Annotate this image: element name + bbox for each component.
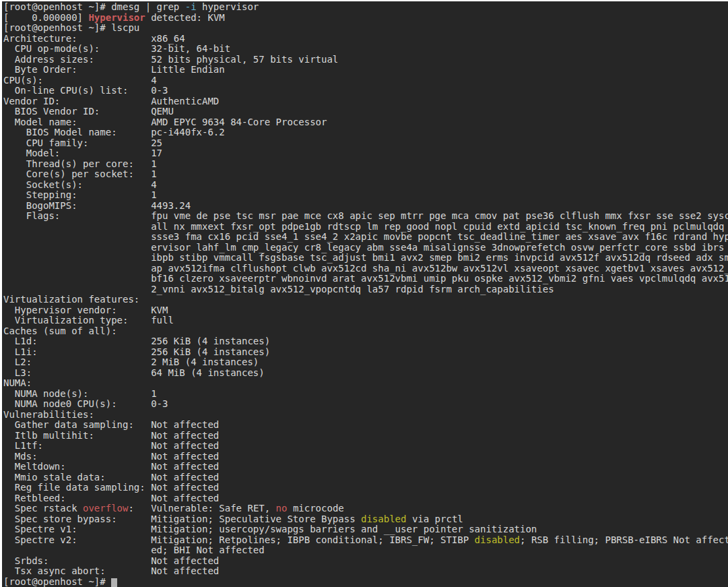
terminal-text: via prctl [406, 514, 463, 524]
terminal-text: bf16 clzero xsaveerptr wbnoinvd arat avx… [3, 273, 728, 284]
terminal-line: L2: 2 MiB (4 instances) [3, 357, 728, 368]
terminal-line: Spec rstack overflow: Vulnerable: Safe R… [3, 503, 728, 514]
terminal-text: detected: KVM [145, 12, 225, 23]
terminal-line: L1i: 256 KiB (4 instances) [3, 347, 728, 358]
terminal-text: Architecture: x86_64 [3, 33, 185, 44]
terminal-text: Hypervisor vendor: KVM [3, 305, 168, 315]
terminal-line: L3: 64 MiB (4 instances) [3, 368, 728, 379]
highlighted-text: overflow [83, 503, 128, 514]
terminal-text: Reg file data sampling: Not affected [3, 482, 219, 493]
terminal-line: ssse3 fma cx16 pcid sse4_1 sse4_2 x2apic… [3, 232, 728, 243]
terminal-text: Model name: AMD EPYC 9634 84-Core Proces… [3, 117, 327, 127]
terminal-line: Virtualization features: [3, 295, 728, 305]
terminal-text: Vulnerabilities: [3, 409, 94, 420]
terminal-text: Model: 17 [3, 148, 162, 158]
terminal-line: BIOS Vendor ID: QEMU [3, 106, 728, 117]
terminal-text: On-line CPU(s) list: 0-3 [3, 85, 168, 96]
terminal-line: bf16 clzero xsaveerptr wbnoinvd arat avx… [3, 274, 728, 284]
terminal-text: Spec store bypass: Mitigation; Speculati… [3, 514, 361, 524]
terminal-text: L1tf: Not affected [3, 440, 219, 451]
terminal-text: Spectre v2: Mitigation; Retpolines; IBPB… [3, 534, 475, 545]
terminal-text: [root@openhost ~]# dmesg | grep [3, 1, 185, 12]
terminal-line: [root@openhost ~]# dmesg | grep -i hyper… [3, 2, 728, 13]
terminal-line: BIOS Model name: pc-i440fx-6.2 [3, 127, 728, 138]
terminal-text: ed; BHI Not affected [3, 545, 265, 555]
terminal-line: Hypervisor vendor: KVM [3, 305, 728, 316]
terminal-line: Thread(s) per core: 1 [3, 159, 728, 170]
terminal-text: NUMA: [3, 377, 32, 388]
terminal-line: Tsx async abort: Not affected [3, 566, 728, 577]
terminal-text: CPU(s): 4 [3, 75, 157, 86]
terminal-text: Itlb multihit: Not affected [3, 430, 219, 441]
terminal-text: Gather data sampling: Not affected [3, 419, 219, 430]
terminal-text: 2_vnni avx512_bitalg avx512_vpopcntdq la… [3, 284, 554, 295]
terminal-text: Mds: Not affected [3, 451, 219, 462]
terminal-text: Meltdown: Not affected [3, 461, 219, 472]
terminal-text: ; RSB filling; PBRSB-eIBRS Not affect [520, 534, 728, 545]
highlighted-text: disabled [361, 514, 406, 524]
terminal-text: [root@openhost ~]# [3, 576, 111, 587]
terminal-text: all nx mmxext fxsr_opt pdpe1gb rdtscp lm… [3, 221, 724, 232]
terminal-text: Thread(s) per core: 1 [3, 158, 157, 169]
terminal-line: Byte Order: Little Endian [3, 65, 728, 75]
terminal-line: L1d: 256 KiB (4 instances) [3, 336, 728, 347]
terminal-line: Socket(s): 4 [3, 180, 728, 191]
highlighted-text: disabled [475, 534, 520, 545]
terminal-line: Virtualization type: full [3, 315, 728, 326]
terminal-line: [ 0.000000] Hypervisor detected: KVM [3, 13, 728, 24]
terminal-text: ervisor lahf_lm cmp_legacy cr8_legacy ab… [3, 242, 724, 253]
terminal-text: Address sizes: 52 bits physical, 57 bits… [3, 54, 338, 65]
terminal-text: Tsx async abort: Not affected [3, 565, 219, 576]
terminal-line: Meltdown: Not affected [3, 462, 728, 472]
terminal-line: Retbleed: Not affected [3, 493, 728, 504]
highlighted-text: -i [185, 1, 197, 12]
terminal-text: Spec rstack [3, 503, 83, 514]
terminal-text: Caches (sum of all): [3, 326, 117, 336]
terminal-line: Stepping: 1 [3, 190, 728, 201]
terminal-text: CPU op-mode(s): 32-bit, 64-bit [3, 43, 230, 54]
terminal-text: Virtualization type: full [3, 315, 174, 326]
terminal-line: Reg file data sampling: Not affected [3, 483, 728, 493]
terminal-line: Spec store bypass: Mitigation; Speculati… [3, 514, 728, 525]
terminal-text: ibpb stibp vmmcall fsgsbase tsc_adjust b… [3, 252, 728, 263]
terminal-text: ssse3 fma cx16 pcid sse4_1 sse4_2 x2apic… [3, 231, 728, 242]
terminal-text: NUMA node(s): 1 [3, 388, 157, 399]
highlighted-text: Hypervisor [88, 12, 145, 23]
terminal-text: BIOS Model name: pc-i440fx-6.2 [3, 127, 225, 137]
terminal-text: [ 0.000000] [3, 12, 88, 23]
terminal-line: CPU op-mode(s): 32-bit, 64-bit [3, 44, 728, 55]
terminal-line: On-line CPU(s) list: 0-3 [3, 86, 728, 96]
terminal-cursor [111, 578, 117, 587]
terminal-screen[interactable]: [root@openhost ~]# dmesg | grep -i hyper… [2, 1, 728, 587]
terminal-line: Address sizes: 52 bits physical, 57 bits… [3, 55, 728, 65]
terminal-line: Vulnerabilities: [3, 410, 728, 421]
terminal-line: ap avx512ifma clflushopt clwb avx512cd s… [3, 264, 728, 274]
terminal-line: NUMA node0 CPU(s): 0-3 [3, 399, 728, 410]
terminal-text: L2: 2 MiB (4 instances) [3, 357, 259, 367]
terminal-text: Mmio stale data: Not affected [3, 472, 219, 483]
terminal-text: NUMA node0 CPU(s): 0-3 [3, 398, 168, 409]
terminal-line: Flags: fpu vme de pse tsc msr pae mce cx… [3, 211, 728, 222]
terminal-line: all nx mmxext fxsr_opt pdpe1gb rdtscp lm… [3, 222, 728, 233]
terminal-line: NUMA: [3, 378, 728, 389]
terminal-text: Core(s) per socket: 1 [3, 168, 157, 179]
terminal-text: L1i: 256 KiB (4 instances) [3, 346, 270, 357]
terminal-line: Model: 17 [3, 148, 728, 159]
terminal-text: : Vulnerable: Safe RET, [128, 503, 275, 514]
highlighted-text: no [276, 503, 288, 514]
terminal-text: BogoMIPS: 4493.24 [3, 200, 191, 211]
terminal-line: BogoMIPS: 4493.24 [3, 201, 728, 212]
terminal-line: Gather data sampling: Not affected [3, 420, 728, 431]
terminal-line: CPU family: 25 [3, 138, 728, 149]
terminal-text: Retbleed: Not affected [3, 493, 219, 503]
terminal-text: Srbds: Not affected [3, 555, 219, 566]
terminal-text: Socket(s): 4 [3, 179, 157, 190]
terminal-output: [root@openhost ~]# dmesg | grep -i hyper… [3, 2, 728, 587]
terminal-line: Srbds: Not affected [3, 556, 728, 567]
terminal-line: Core(s) per socket: 1 [3, 169, 728, 180]
terminal-text: Spectre v1: Mitigation; usercopy/swapgs … [3, 524, 537, 534]
terminal-line: Itlb multihit: Not affected [3, 431, 728, 441]
terminal-text: CPU family: 25 [3, 137, 162, 148]
terminal-line: CPU(s): 4 [3, 75, 728, 86]
terminal-line: Spectre v1: Mitigation; usercopy/swapgs … [3, 524, 728, 535]
